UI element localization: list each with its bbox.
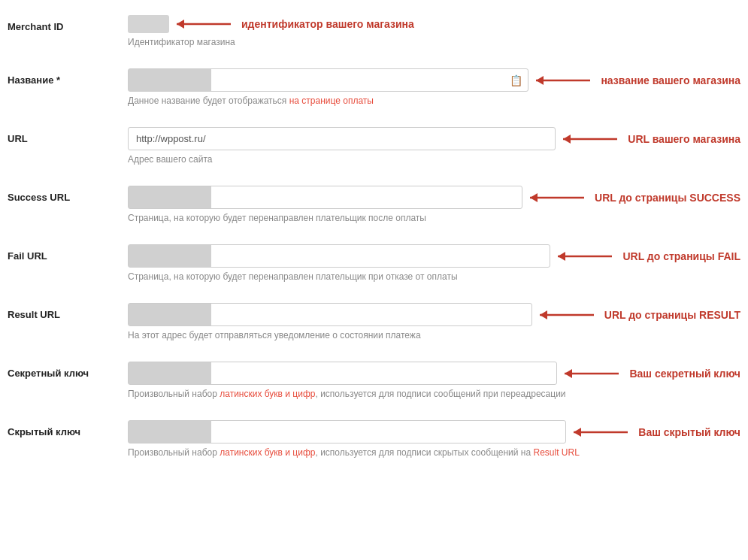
svg-marker-15: [574, 428, 581, 437]
label-merchant-id: Merchant ID: [8, 15, 128, 32]
hint-secret-key: Произвольный набор латинских букв и цифр…: [128, 389, 740, 399]
arrow-icon: [558, 249, 618, 264]
hint-link[interactable]: латинских букв и цифр: [220, 447, 315, 458]
arrow-icon: [565, 366, 625, 381]
content-hidden-key: Ваш скрытый ключПроизвольный набор латин…: [128, 420, 740, 458]
arrow-icon: [540, 307, 600, 322]
label-hidden-key: Скрытый ключ: [8, 420, 128, 437]
annotation-secret-key: Ваш секретный ключ: [565, 366, 740, 381]
arrow-icon: [563, 132, 623, 147]
field-row-secret-key: Секретный ключВаш секретный ключПроизвол…: [8, 362, 740, 407]
content-fail-url: URL до страницы FAILСтраница, на которую…: [128, 244, 740, 282]
content-url: URL вашего магазинаАдрес вашего сайта: [128, 127, 740, 165]
svg-marker-1: [177, 20, 184, 29]
hint-link[interactable]: Result URL: [534, 447, 580, 458]
input-fail-url[interactable]: [128, 244, 550, 268]
annotation-hidden-key: Ваш скрытый ключ: [574, 425, 740, 440]
input-hidden-key[interactable]: [128, 420, 566, 443]
input-row-fail-url: URL до страницы FAIL: [128, 244, 740, 268]
input-row-success-url: URL до страницы SUCCESS: [128, 186, 740, 209]
annotation-text-merchant-id: идентификатор вашего магазина: [241, 18, 414, 30]
arrow-icon: [574, 425, 634, 440]
input-wrap-secret-key: [128, 362, 557, 385]
input-row-result-url: URL до страницы RESULT: [128, 303, 740, 326]
hint-result-url: На этот адрес будет отправляться уведомл…: [128, 330, 740, 341]
hint-url: Адрес вашего сайта: [128, 154, 740, 165]
content-result-url: URL до страницы RESULTНа этот адрес буде…: [128, 303, 740, 341]
hint-name: Данное название будет отображаться на ст…: [128, 95, 740, 106]
field-row-success-url: Success URLURL до страницы SUCCESSСтрани…: [8, 186, 740, 231]
copy-icon[interactable]: 📋: [510, 74, 522, 86]
annotation-fail-url: URL до страницы FAIL: [558, 249, 740, 264]
content-success-url: URL до страницы SUCCESSСтраница, на кото…: [128, 186, 740, 223]
svg-marker-7: [530, 193, 538, 202]
hint-success-url: Страница, на которую будет перенаправлен…: [128, 213, 740, 223]
content-secret-key: Ваш секретный ключПроизвольный набор лат…: [128, 362, 740, 399]
label-success-url: Success URL: [8, 186, 128, 203]
field-row-name: Название *📋название вашего магазинаДанно…: [8, 68, 740, 114]
input-row-merchant-id: идентификатор вашего магазина: [128, 15, 740, 33]
annotation-text-success-url: URL до страницы SUCCESS: [595, 192, 740, 204]
static-value-merchant-id: [128, 15, 169, 33]
annotation-text-result-url: URL до страницы RESULT: [604, 309, 740, 321]
field-row-hidden-key: Скрытый ключВаш скрытый ключПроизвольный…: [8, 420, 740, 465]
annotation-text-name: название вашего магазина: [601, 74, 740, 86]
hint-hidden-key: Произвольный набор латинских букв и цифр…: [128, 447, 740, 458]
input-result-url[interactable]: [128, 303, 532, 326]
input-wrap-hidden-key: [128, 420, 566, 443]
svg-marker-9: [558, 252, 565, 261]
hint-link[interactable]: на странице оплаты: [289, 95, 374, 106]
label-result-url: Result URL: [8, 303, 128, 320]
label-name: Название *: [8, 68, 128, 86]
input-wrap-success-url: [128, 186, 522, 209]
input-wrap-fail-url: [128, 244, 550, 268]
field-row-result-url: Result URLURL до страницы RESULTНа этот …: [8, 303, 740, 348]
annotation-text-secret-key: Ваш секретный ключ: [629, 368, 740, 380]
field-row-merchant-id: Merchant IDидентификатор вашего магазина…: [8, 15, 740, 55]
annotation-result-url: URL до страницы RESULT: [540, 307, 740, 322]
svg-marker-13: [565, 369, 572, 378]
input-secret-key[interactable]: [128, 362, 557, 385]
input-row-secret-key: Ваш секретный ключ: [128, 362, 740, 385]
input-name[interactable]: [128, 68, 528, 92]
content-merchant-id: идентификатор вашего магазинаИдентификат…: [128, 15, 740, 47]
label-secret-key: Секретный ключ: [8, 362, 128, 379]
annotation-text-fail-url: URL до страницы FAIL: [622, 250, 740, 262]
svg-marker-3: [536, 76, 544, 85]
svg-marker-11: [540, 310, 547, 319]
input-row-hidden-key: Ваш скрытый ключ: [128, 420, 740, 443]
content-name: 📋название вашего магазинаДанное название…: [128, 68, 740, 106]
annotation-url: URL вашего магазина: [563, 132, 740, 147]
arrow-icon: [177, 17, 237, 32]
annotation-text-url: URL вашего магазина: [628, 133, 740, 145]
hint-link[interactable]: латинских букв и цифр: [220, 389, 315, 399]
arrow-icon: [536, 73, 596, 88]
field-row-fail-url: Fail URLURL до страницы FAILСтраница, на…: [8, 244, 740, 289]
input-wrap-url: [128, 127, 556, 150]
input-row-url: URL вашего магазина: [128, 127, 740, 150]
input-row-name: 📋название вашего магазина: [128, 68, 740, 92]
arrow-icon: [530, 190, 590, 205]
hint-merchant-id: Идентификатор магазина: [128, 37, 740, 47]
svg-marker-5: [563, 135, 571, 144]
annotation-merchant-id: идентификатор вашего магазина: [177, 17, 414, 32]
blurred-merchant-id: [128, 15, 169, 33]
annotation-success-url: URL до страницы SUCCESS: [530, 190, 740, 205]
hint-fail-url: Страница, на которую будет перенаправлен…: [128, 271, 740, 282]
input-wrap-name: 📋: [128, 68, 528, 92]
input-wrap-result-url: [128, 303, 532, 326]
label-fail-url: Fail URL: [8, 244, 128, 262]
label-url: URL: [8, 127, 128, 144]
field-row-url: URLURL вашего магазинаАдрес вашего сайта: [8, 127, 740, 172]
annotation-name: название вашего магазина: [536, 73, 740, 88]
input-url[interactable]: [128, 127, 556, 150]
input-success-url[interactable]: [128, 186, 522, 209]
annotation-text-hidden-key: Ваш скрытый ключ: [638, 426, 740, 438]
